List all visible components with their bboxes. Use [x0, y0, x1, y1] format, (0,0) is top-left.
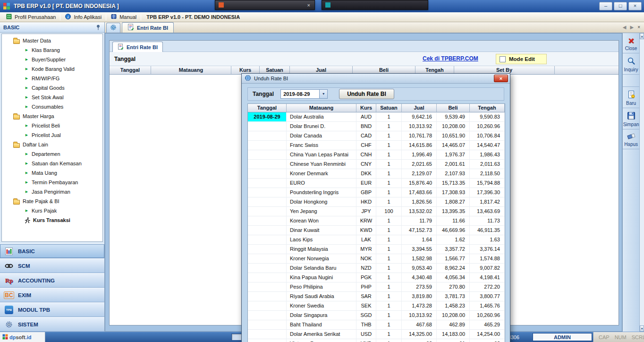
tpberp-link[interactable]: Cek di TPBERP.COM [423, 55, 478, 62]
cell-satuan: 1 [376, 141, 402, 150]
baru-button[interactable]: Baru [623, 87, 639, 108]
tree-item-departemen[interactable]: ▶Departemen [2, 149, 102, 159]
rate-row-php[interactable]: Peso PhilipinaPHP1273.59270.80272.20 [248, 282, 505, 292]
vertical-scrollbar[interactable]: ▲ ▼ [639, 33, 644, 332]
rate-row-gbp[interactable]: Poundsterling InggrisGBP117,483.6617,308… [248, 188, 505, 197]
tab-next-icon[interactable]: ▶ [630, 25, 634, 30]
tree-item-kurs-pajak[interactable]: ▶Kurs Pajak [2, 206, 102, 215]
tree-item-daftar-lain[interactable]: Daftar Lain [2, 140, 102, 149]
rate-row-kwd[interactable]: Dinar KuwaitKWD147,152.7346,669.9646,911… [248, 226, 505, 235]
close-toolbar-button[interactable]: × Close [623, 33, 639, 53]
dialog-close-button[interactable]: × [494, 75, 508, 82]
tree-item-consumables[interactable]: ▶Consumables [2, 102, 102, 111]
cell-tanggal [248, 131, 287, 141]
tree-item-set-stok-awal[interactable]: ▶Set Stok Awal [2, 93, 102, 102]
tree-item-kode-barang-valid[interactable]: ▶Kode Barang Valid [2, 64, 102, 74]
rate-row-thb[interactable]: Baht ThailandTHB1467.68462.89465.29 [248, 320, 505, 330]
rate-row-cny[interactable]: Chinese Yuan RenminbiCNY12,021.652,001.6… [248, 160, 505, 169]
dialog-controls: Tanggal 2019-08-29 ▼ Unduh Rate BI [247, 87, 504, 101]
background-window-2[interactable] [322, 0, 428, 10]
tree-item-termin-pembayaran[interactable]: ▶Termin Pembayaran [2, 178, 102, 187]
nav-accounting[interactable]: Rp ACCOUNTING [0, 273, 104, 288]
tree-item-pricelist-beli[interactable]: ▶Pricelist Beli [2, 121, 102, 130]
rate-row-chf[interactable]: Franc SwissCHF114,615.8614,465.0714,540.… [248, 141, 505, 150]
dialog-col-header-tanggal[interactable]: Tanggal [248, 104, 287, 112]
rate-row-krw[interactable]: Korean WonKRW111.7911.6611.73 [248, 216, 505, 226]
rate-row-cad[interactable]: Dolar CanadaCAD110,761.7810,651.9010,706… [248, 131, 505, 141]
dialog-col-header-tengah[interactable]: Tengah [470, 104, 505, 112]
minimize-button[interactable]: – [599, 2, 612, 10]
tree-item-satuan-dan-kemasan[interactable]: ▶Satuan dan Kemasan [2, 159, 102, 168]
tree-item-rate-pajak-bi[interactable]: Rate Pajak & BI [2, 197, 102, 206]
screen-col-header-matauang[interactable]: Matauang [151, 66, 231, 75]
nav-scm[interactable]: SCM [0, 258, 104, 273]
tree-item-jasa-pengiriman[interactable]: ▶Jasa Pengiriman [2, 187, 102, 197]
scroll-up-icon[interactable]: ▲ [640, 33, 644, 39]
tree-item-capital-goods[interactable]: ▶Capital Goods [2, 83, 102, 93]
hapus-button[interactable]: Hapus [623, 129, 639, 149]
maximize-button[interactable]: □ [614, 2, 627, 10]
right-toolbar-buttons: × Close Inquiry Baru Simpan [623, 33, 639, 332]
rate-row-nzd[interactable]: Dolar Selandia BaruNZD19,053.408,962.249… [248, 264, 505, 273]
nav-modul-tpb-icon: TPB [4, 305, 14, 315]
cell-tengah: 2,011.63 [470, 160, 505, 169]
rate-row-cnh[interactable]: China Yuan Lepas PantaiCNH11,996.491,976… [248, 150, 505, 160]
mode-edit-checkbox[interactable] [500, 56, 506, 62]
menu-info-aplikasi[interactable]: i Info Aplikasi [61, 13, 105, 22]
dialog-col-header-matauang[interactable]: Matauang [287, 104, 356, 112]
menu-item-label: Manual [119, 14, 136, 20]
scroll-down-icon[interactable]: ▼ [640, 325, 644, 332]
rate-row-dkk[interactable]: Kroner DenmarkDKK12,129.072,107.932,118.… [248, 169, 505, 179]
tree-item-master-data[interactable]: Master Data [2, 36, 102, 45]
pin-icon[interactable] [95, 25, 101, 30]
menu-item-label: Info Aplikasi [74, 14, 102, 20]
tree-item-rm-wip-fg[interactable]: ▶RM/WIP/FG [2, 74, 102, 83]
rate-row-usd[interactable]: Dolar Amerika SerikatUSD114,325.0014,183… [248, 330, 505, 339]
rate-row-hkd[interactable]: Dolar HongkongHKD11,826.561,808.271,817.… [248, 197, 505, 207]
date-combobox[interactable]: 2019-08-29 ▼ [280, 89, 328, 99]
tab-close-icon[interactable]: × [637, 25, 640, 30]
tree-item-buyer-supplier[interactable]: ▶Buyer/Supplier [2, 55, 102, 64]
menu-manual[interactable]: Manual [107, 13, 140, 22]
tree-item-klas-barang[interactable]: ▶Klas Barang [2, 45, 102, 55]
rate-row-pgk[interactable]: Kina Papua NuginiPGK14,340.484,056.344,1… [248, 273, 505, 282]
rate-row-vnd[interactable]: Vietnam DongVND1.62.61.62 [248, 339, 505, 342]
dialog-col-header-satuan[interactable]: Satuan [376, 104, 402, 112]
rate-row-myr[interactable]: Ringgit MalaysiaMYR13,394.553,357.723,37… [248, 245, 505, 254]
rate-row-nok[interactable]: Kroner NorwegiaNOK11,582.981,566.771,574… [248, 254, 505, 264]
simpan-button[interactable]: Simpan [623, 108, 639, 129]
nav-sistem[interactable]: SISTEM [0, 317, 104, 332]
background-window-1-close-icon[interactable]: × [303, 2, 314, 8]
rate-row-bnd[interactable]: Dolar Brunei D.BND110,313.9210,208.0010,… [248, 122, 505, 131]
tab-gear[interactable] [106, 23, 120, 33]
tree-item-pricelist-jual[interactable]: ▶Pricelist Jual [2, 130, 102, 140]
dialog-col-header-jual[interactable]: Jual [402, 104, 437, 112]
tab-entri-rate-bi[interactable]: Entri Rate BI [122, 22, 174, 33]
close-button[interactable]: × [628, 2, 642, 10]
nav-modul-tpb[interactable]: TPB MODUL TPB [0, 302, 104, 317]
rate-row-jpy[interactable]: Yen JepangJPY10013,532.0213,395.3513,463… [248, 207, 505, 216]
dialog-col-header-beli[interactable]: Beli [437, 104, 470, 112]
rate-row-sgd[interactable]: Dolar SingapuraSGD110,313.9210,208.0010,… [248, 311, 505, 320]
menu-profil-perusahaan[interactable]: Profil Perusahaan [2, 13, 59, 22]
rate-row-sar[interactable]: Riyad Saudi ArabiaSAR13,819.803,781.733,… [248, 292, 505, 301]
tree-item-mata-uang[interactable]: ▶Mata Uang [2, 168, 102, 178]
rate-row-sek[interactable]: Kroner SwediaSEK11,473.281,458.231,465.7… [248, 301, 505, 311]
tree-item-master-harga[interactable]: Master Harga [2, 111, 102, 121]
rate-row-lak[interactable]: Laos KipsLAK11.641.621.63 [248, 235, 505, 245]
chevron-down-icon[interactable]: ▼ [319, 90, 327, 98]
arrow-bullet-icon: ▶ [25, 77, 29, 80]
rate-row-eur[interactable]: EUROEUR115,876.4015,713.3515,794.88 [248, 179, 505, 188]
screen-subtab[interactable]: Entri Rate BI [112, 42, 163, 52]
inquiry-button[interactable]: Inquiry [623, 53, 639, 75]
nav-basic[interactable]: BASIC [0, 244, 104, 258]
dialog-col-header-kurs[interactable]: Kurs [356, 104, 376, 112]
background-window-1[interactable]: × [215, 0, 315, 10]
tree-item-kurs-transaksi[interactable]: Kurs Transaksi [2, 215, 102, 225]
tab-prev-icon[interactable]: ◀ [623, 25, 627, 30]
rate-row-aud[interactable]: 2019-08-29Dolar AustraliaAUD19,642.169,5… [248, 112, 505, 122]
cell-matauang: Dolar Hongkong [287, 197, 356, 207]
unduh-rate-bi-button[interactable]: Unduh Rate BI [339, 89, 394, 99]
screen-col-header-tanggal[interactable]: Tanggal [110, 66, 151, 75]
nav-exim[interactable]: BC EXIM [0, 288, 104, 302]
